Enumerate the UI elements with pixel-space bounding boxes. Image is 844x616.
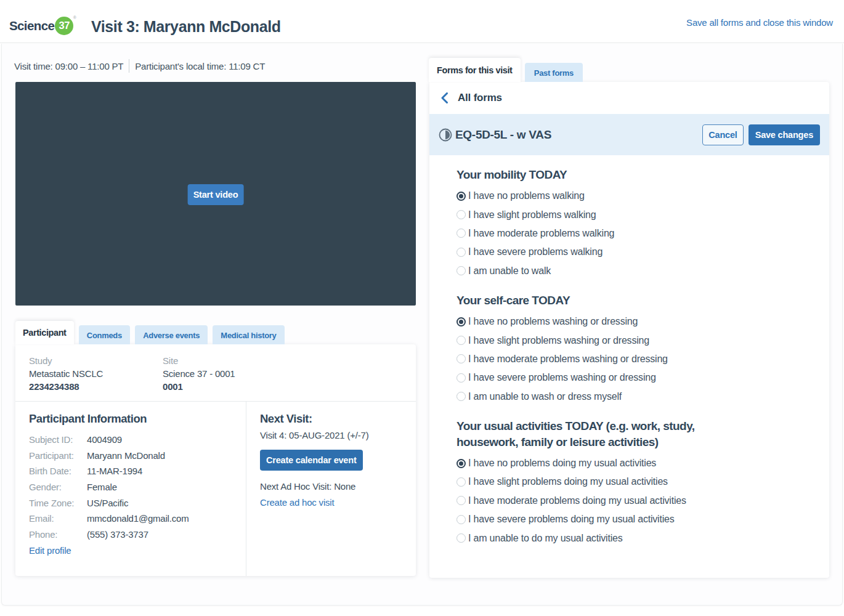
radio-option[interactable]: I am unable to do my usual activities [456,529,811,547]
video-panel: Start video [15,82,416,306]
study-name: Metastatic NSCLC [29,367,163,380]
site-label: Site [163,354,235,367]
visit-time-bar: Visit time: 09:00 – 11:00 PT Participant… [14,59,265,73]
radio-option[interactable]: I have moderate problems washing or dres… [456,350,811,368]
create-ad-hoc-visit-link[interactable]: Create ad hoc visit [260,497,334,508]
radio-icon[interactable] [456,210,466,219]
study-label: Study [29,354,163,367]
cancel-button[interactable]: Cancel [702,124,743,145]
radio-option[interactable]: I have no problems doing my usual activi… [456,454,811,472]
info-row-email: Email:mmcdonald1@gmail.com [29,511,232,527]
radio-icon[interactable] [456,496,466,505]
form-header-band: EQ-5D-5L - w VAS Cancel Save changes [429,114,829,155]
logo-badge-37: 37® [55,17,73,35]
radio-icon[interactable] [456,336,466,345]
info-row-gender: Gender:Female [29,479,232,495]
tab-conmeds[interactable]: Conmeds [79,325,130,344]
radio-option[interactable]: I have slight problems walking [456,205,811,224]
radio-option[interactable]: I have no problems washing or dressing [456,312,811,331]
radio-icon[interactable] [456,266,466,275]
radio-option[interactable]: I am unable to wash or dress myself [456,387,811,406]
question-self-care: Your self-care TODAY I have no problems … [456,293,811,406]
all-forms-back-row[interactable]: All forms [429,82,829,114]
save-all-forms-link[interactable]: Save all forms and close this window [686,17,833,28]
radio-option[interactable]: I have severe problems doing my usual ac… [456,510,811,529]
tab-medical-history[interactable]: Medical history [213,325,284,344]
info-row-time-zone: Time Zone:US/Pacific [29,495,232,511]
all-forms-label: All forms [458,92,502,104]
radio-selected-icon[interactable] [456,317,466,326]
next-visit-heading: Next Visit: [260,412,368,426]
radio-option[interactable]: I have severe problems walking [456,243,811,261]
study-column: Study Metastatic NSCLC 2234234388 [29,354,163,401]
site-id: 0001 [163,380,235,393]
question-mobility: Your mobility TODAY I have no problems w… [456,167,811,280]
info-row-birth-date: Birth Date:11-MAR-1994 [29,463,232,479]
question-usual-activities: Your usual activities TODAY (e.g. work, … [456,418,811,548]
science37-logo: Science 37® [9,16,73,35]
site-column: Site Science 37 - 0001 0001 [163,354,235,401]
visit-time-text: Visit time: 09:00 – 11:00 PT [14,61,123,71]
radio-icon[interactable] [456,515,466,524]
start-video-button[interactable]: Start video [188,184,244,205]
header: Science 37® Visit 3: Maryann McDonald Sa… [0,0,844,43]
participant-info-rows: Subject ID:4004909 Participant:Maryann M… [29,432,232,542]
radio-icon[interactable] [456,533,466,543]
chevron-left-icon[interactable] [441,92,448,103]
logo-text: Science [9,18,54,33]
radio-option[interactable]: I have severe problems washing or dressi… [456,368,811,387]
radio-icon[interactable] [456,477,466,487]
info-row-phone: Phone:(555) 373-3737 [29,527,232,543]
visit-time-divider [129,59,129,73]
tab-past-forms[interactable]: Past forms [525,63,583,82]
radio-icon[interactable] [456,354,466,363]
next-visit-line: Visit 4: 05-AUG-2021 (+/-7) [260,430,368,440]
radio-icon[interactable] [456,373,466,383]
radio-selected-icon[interactable] [456,192,466,201]
forms-tab-strip: Forms for this visit Past forms [429,58,583,82]
tab-adverse-events[interactable]: Adverse events [135,325,208,344]
participant-info-heading: Participant Information [29,412,232,426]
save-changes-button[interactable]: Save changes [749,124,820,145]
question-heading: Your usual activities TODAY (e.g. work, … [456,418,721,450]
edit-profile-link[interactable]: Edit profile [29,545,71,556]
radio-selected-icon[interactable] [456,459,466,468]
local-time-text: Participant's local time: 11:09 CT [135,61,265,71]
radio-icon[interactable] [456,229,466,238]
participant-info-section: Participant Information Subject ID:40049… [15,402,246,576]
radio-option[interactable]: I have no problems walking [456,187,811,205]
tab-participant[interactable]: Participant [15,321,74,344]
radio-option[interactable]: I have slight problems doing my usual ac… [456,472,811,491]
form-body: Your mobility TODAY I have no problems w… [429,155,829,548]
page-title: Visit 3: Maryann McDonald [91,18,281,36]
half-filled-circle-icon [439,128,452,142]
radio-icon[interactable] [456,248,466,257]
study-site-block: Study Metastatic NSCLC 2234234388 Site S… [15,344,416,401]
radio-option[interactable]: I have slight problems washing or dressi… [456,331,811,349]
next-ad-hoc-line: Next Ad Hoc Visit: None [260,481,368,492]
registered-mark: ® [73,15,76,20]
site-name: Science 37 - 0001 [163,367,235,380]
create-calendar-event-button[interactable]: Create calendar event [260,450,363,471]
study-id: 2234234388 [29,380,163,393]
forms-card: All forms EQ-5D-5L - w VAS Cancel Save c… [429,82,829,578]
info-row-subject-id: Subject ID:4004909 [29,432,232,448]
question-heading: Your mobility TODAY [456,167,721,183]
question-heading: Your self-care TODAY [456,293,721,309]
participant-card: Study Metastatic NSCLC 2234234388 Site S… [15,344,416,576]
radio-option[interactable]: I have moderate problems doing my usual … [456,492,811,510]
participant-tab-strip: Participant Conmeds Adverse events Medic… [15,321,285,344]
form-title: EQ-5D-5L - w VAS [455,128,702,142]
radio-icon[interactable] [456,392,466,401]
tab-forms-for-this-visit[interactable]: Forms for this visit [429,58,521,82]
next-visit-section: Next Visit: Visit 4: 05-AUG-2021 (+/-7) … [246,402,368,576]
radio-option[interactable]: I am unable to walk [456,262,811,280]
radio-option[interactable]: I have moderate problems walking [456,224,811,243]
info-row-participant: Participant:Maryann McDonald [29,448,232,464]
visit-window: Science 37® Visit 3: Maryann McDonald Sa… [0,0,844,616]
